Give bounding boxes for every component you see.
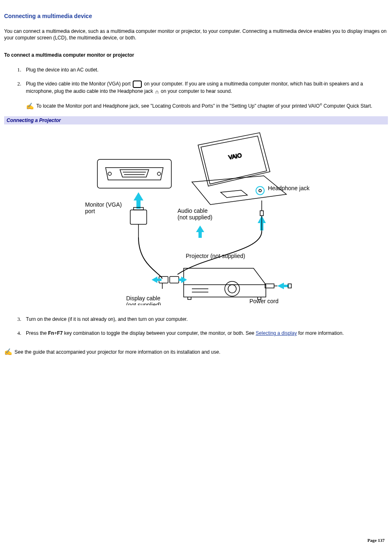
diagram-connecting-projector: VAIO [4,129,388,307]
svg-rect-17 [265,284,274,288]
svg-text:Power cord: Power cord [249,298,279,304]
step-1-text: Plug the device into an AC outlet. [26,67,99,73]
subtitle: To connect a multimedia computer monitor… [4,52,388,59]
step-2: Plug the video cable into the Monitor (V… [23,80,388,109]
bottom-note-text: See the guide that accompanied your proj… [14,349,220,355]
svg-text:VAIO: VAIO [228,152,242,161]
svg-text:Monitor (VGA)port: Monitor (VGA)port [85,201,122,214]
svg-point-2 [157,172,161,175]
step-2-note-b: Computer Quick Start. [322,103,372,109]
hand-note-icon: ✍ [4,349,12,355]
page-title: Connecting a multimedia device [4,12,388,21]
step-2-text-c: on your computer to hear sound. [159,88,232,94]
step-1: Plug the device into an AC outlet. [23,66,388,74]
svg-rect-0 [97,159,171,188]
svg-point-9 [256,187,264,195]
intro-paragraph: You can connect a multimedia device, suc… [4,28,388,42]
step-2-note-a: To locate the Monitor port and Headphone… [36,103,320,109]
hand-note-icon: ✍ [26,103,34,110]
svg-point-1 [108,172,111,175]
step-4: Press the Fn+F7 key combination to toggl… [23,329,388,337]
svg-point-8 [259,189,261,192]
key-fn: Fn [48,330,54,336]
svg-point-13 [225,281,240,296]
svg-text:Projector (not supplied): Projector (not supplied) [186,253,245,259]
step-4-text-c: for more information. [297,330,344,336]
headphone-icon: ∩ [155,89,159,94]
vga-port-icon [133,81,142,88]
link-selecting-display[interactable]: Selecting a display [256,330,297,336]
step-4-text-a: Press the [26,330,48,336]
step-3-text: Turn on the device (if it is not already… [26,316,188,322]
svg-text:Headphone jack: Headphone jack [268,185,310,191]
step-3: Turn on the device (if it is not already… [23,315,388,323]
svg-text:Display cable(not supplied): Display cable(not supplied) [126,295,161,305]
svg-rect-19 [170,276,179,283]
steps-list-cont: Turn on the device (if it is not already… [4,315,388,337]
step-2-text-a: Plug the video cable into the Monitor (V… [26,81,132,87]
step-4-plus: + [54,330,57,336]
steps-list: Plug the device into an AC outlet. Plug … [4,66,388,110]
step-4-text-b: key combination to toggle the display be… [63,330,256,336]
svg-point-14 [228,285,236,293]
svg-rect-5 [130,210,147,224]
svg-rect-11 [260,211,263,216]
key-f7: F7 [57,330,63,336]
svg-text:Audio cable(not supplied): Audio cable(not supplied) [178,207,212,221]
section-bar: Connecting a Projector [4,116,388,125]
step-2-note: ✍ To locate the Monitor port and Headpho… [26,102,388,110]
projector-diagram-svg: VAIO [73,129,319,305]
bottom-note: ✍ See the guide that accompanied your pr… [4,349,388,356]
